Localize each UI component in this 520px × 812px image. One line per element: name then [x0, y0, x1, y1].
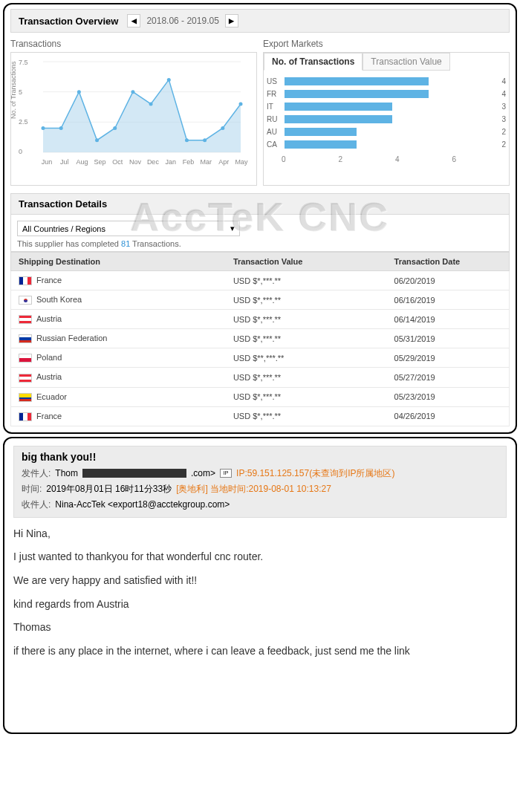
- flag-icon: [19, 412, 32, 421]
- email-line: We are very happy and satisfied with it!…: [13, 574, 507, 588]
- overview-title: Transaction Overview: [19, 16, 118, 27]
- y-ticks: 7.5 5 2.5 0: [19, 59, 28, 155]
- svg-point-5: [59, 126, 63, 130]
- ip-icon: IP: [220, 469, 232, 478]
- table-row: Russian FederationUSD $*,***.**05/31/201…: [10, 329, 510, 348]
- email-line: kind regards from Austria: [13, 597, 507, 612]
- flag-icon: [19, 315, 32, 324]
- bar-row: US4: [267, 75, 506, 88]
- transactions-panel: AccTeK CNC Transaction Overview ◀ 2018.0…: [3, 3, 517, 434]
- email-line: Hi Nina,: [13, 527, 507, 542]
- svg-point-15: [239, 102, 243, 105]
- line-chart-frame: No. of Transactions 7.5 5 2.5 0 JunJulAu…: [10, 52, 257, 186]
- svg-point-8: [113, 126, 117, 130]
- tab-transactions[interactable]: No. of Transactions: [264, 53, 363, 71]
- table-row: AustriaUSD $*,***.**06/14/2019: [10, 310, 510, 329]
- completion-text: This supplier has completed 81 Transacti…: [17, 239, 503, 248]
- date-range: 2018.06 - 2019.05: [142, 16, 223, 26]
- flag-icon: [19, 296, 32, 305]
- email-subject: big thank you!!: [22, 451, 498, 463]
- x-labels: JunJulAugSepOctNovDecJanFebMarAprMay: [17, 158, 250, 166]
- table-row: FranceUSD $*,***.**04/26/2019: [10, 407, 510, 426]
- flag-icon: [19, 276, 32, 285]
- bar-row: IT3: [267, 100, 506, 113]
- filter-value: All Countries / Regions: [22, 224, 105, 233]
- flag-icon: [19, 334, 32, 343]
- table-row: PolandUSD $**,***.**05/29/2019: [10, 348, 510, 368]
- filter-row: All Countries / Regions ▾ This supplier …: [10, 215, 510, 252]
- table-row: EcuadorUSD $*,***.**05/23/2019: [10, 388, 510, 407]
- details-header: Transaction Details: [10, 193, 510, 215]
- line-chart-title: Transactions: [10, 36, 257, 52]
- tabs: No. of Transactions Transaction Value: [264, 53, 509, 71]
- svg-point-14: [221, 126, 224, 130]
- email-panel: big thank you!! 发件人: Thom.com> IP IP:59.…: [3, 437, 517, 734]
- table-header: Shipping Destination Transaction Value T…: [10, 252, 510, 271]
- svg-point-10: [149, 102, 153, 105]
- from-row: 发件人: Thom.com> IP IP:59.151.125.157(未查询到…: [22, 466, 498, 481]
- svg-point-11: [167, 78, 171, 82]
- col-date: Transaction Date: [394, 257, 501, 266]
- overview-header: Transaction Overview ◀ 2018.06 - 2019.05…: [10, 9, 510, 33]
- time-row: 时间: 2019年08月01日 16时11分33秒 [奥地利] 当地时间:201…: [22, 481, 498, 497]
- next-button[interactable]: ▶: [225, 14, 238, 27]
- y-axis-label: No. of Transactions: [10, 61, 17, 119]
- prev-button[interactable]: ◀: [127, 14, 140, 27]
- svg-point-6: [77, 90, 81, 94]
- flag-icon: [19, 354, 32, 363]
- line-chart-box: Transactions No. of Transactions 7.5 5 2…: [10, 36, 257, 186]
- bar-chart-frame: No. of Transactions Transaction Value US…: [263, 52, 510, 186]
- email-line: Thomas: [13, 620, 507, 635]
- country-filter[interactable]: All Countries / Regions ▾: [17, 221, 240, 236]
- svg-point-7: [95, 138, 99, 142]
- svg-point-4: [42, 126, 45, 130]
- table-row: AustriaUSD $*,***.**05/27/2019: [10, 368, 510, 387]
- bar-row: RU3: [267, 113, 506, 126]
- svg-point-12: [185, 138, 189, 142]
- svg-point-9: [131, 90, 134, 94]
- ip-text: IP:59.151.125.157(未查询到IP所属地区): [236, 467, 394, 480]
- date-navigator: ◀ 2018.06 - 2019.05 ▶: [127, 14, 238, 27]
- tab-value[interactable]: Transaction Value: [363, 53, 449, 71]
- to-row: 收件人: Nina-AccTek <export18@acctekgroup.c…: [22, 497, 498, 513]
- table-body: FranceUSD $*,***.**06/20/2019South Korea…: [10, 271, 510, 426]
- bar-row: FR4: [267, 88, 506, 100]
- bar-row: CA2: [267, 138, 506, 151]
- table-row: South KoreaUSD $*,***.**06/16/2019: [10, 290, 510, 310]
- charts-row: Transactions No. of Transactions 7.5 5 2…: [10, 36, 510, 186]
- svg-point-13: [203, 138, 207, 142]
- redacted-sender: [82, 469, 186, 478]
- bar-chart-box: Export Markets No. of Transactions Trans…: [263, 36, 510, 186]
- email-body: Hi Nina,I just wanted to thankyou for th…: [13, 527, 507, 659]
- col-value: Transaction Value: [233, 257, 394, 266]
- flag-icon: [19, 374, 32, 383]
- line-chart-svg: [17, 59, 250, 155]
- email-header: big thank you!! 发件人: Thom.com> IP IP:59.…: [13, 446, 507, 518]
- col-destination: Shipping Destination: [19, 257, 233, 266]
- bar-row: AU2: [267, 126, 506, 138]
- email-line: if there is any place in the internet, w…: [13, 644, 507, 659]
- bar-area: US4FR4IT3RU3AU2CA2: [264, 71, 509, 151]
- bar-axis: 0246: [264, 155, 509, 163]
- email-line: I just wanted to thankyou for that wonde…: [13, 550, 507, 565]
- dropdown-icon: ▾: [230, 224, 235, 233]
- bar-chart-title: Export Markets: [263, 36, 510, 52]
- table-row: FranceUSD $*,***.**06/20/2019: [10, 271, 510, 290]
- local-time: [奥地利] 当地时间:2019-08-01 10:13:27: [176, 483, 331, 496]
- flag-icon: [19, 393, 32, 402]
